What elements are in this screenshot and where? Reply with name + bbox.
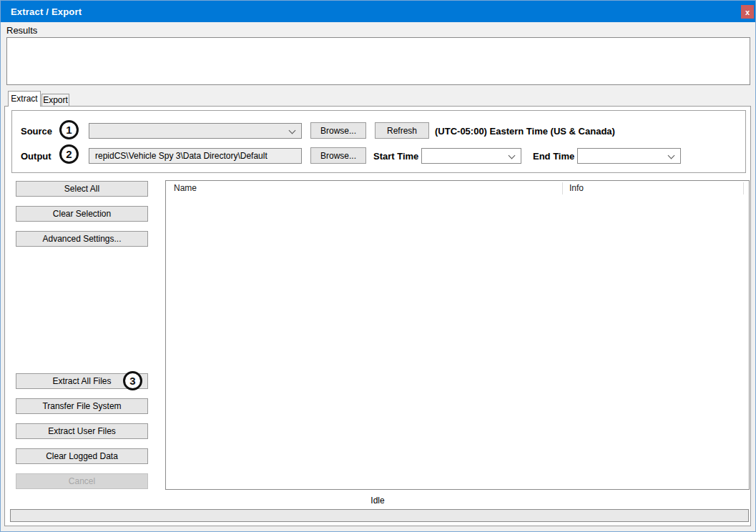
- column-divider[interactable]: [743, 182, 744, 194]
- output-path-field[interactable]: repidCS\Vehicle Spy 3\Data Directory\Def…: [89, 148, 302, 164]
- tab-extract[interactable]: Extract: [8, 91, 41, 107]
- extract-export-dialog: Extract / Export x Results Extract Expor…: [0, 0, 756, 532]
- start-time-dropdown[interactable]: [421, 148, 521, 164]
- chevron-down-icon: [509, 152, 516, 159]
- source-output-group: Source Browse... Refresh (UTC-05:00) Eas…: [11, 110, 746, 173]
- results-label: Results: [6, 25, 37, 36]
- chevron-down-icon: [289, 127, 296, 134]
- extract-user-files-button[interactable]: Extract User Files: [16, 423, 148, 439]
- annotation-step-3: 3: [123, 371, 142, 390]
- annotation-step-1: 1: [59, 120, 79, 139]
- annotation-step-2: 2: [59, 144, 79, 164]
- tab-export[interactable]: Export: [41, 94, 69, 106]
- source-label: Source: [21, 126, 52, 137]
- results-output-box[interactable]: [6, 37, 750, 85]
- output-label: Output: [21, 151, 51, 162]
- timezone-label: (UTC-05:00) Eastern Time (US & Canada): [435, 126, 615, 137]
- window-title: Extract / Export: [11, 6, 82, 17]
- file-list-header[interactable]: Name Info: [166, 181, 749, 196]
- titlebar[interactable]: Extract / Export x: [1, 1, 756, 22]
- cancel-button[interactable]: Cancel: [16, 473, 148, 489]
- extract-tab-page: Source Browse... Refresh (UTC-05:00) Eas…: [4, 106, 751, 526]
- advanced-settings-button[interactable]: Advanced Settings...: [16, 231, 148, 247]
- column-header-name[interactable]: Name: [174, 183, 197, 193]
- window-bottom-edge: [1, 526, 756, 532]
- end-time-dropdown[interactable]: [577, 148, 681, 164]
- transfer-file-system-button[interactable]: Transfer File System: [16, 398, 148, 414]
- status-text: Idle: [5, 496, 750, 506]
- clear-selection-button[interactable]: Clear Selection: [16, 206, 148, 222]
- close-icon[interactable]: x: [741, 5, 754, 19]
- column-divider[interactable]: [562, 182, 563, 194]
- chevron-down-icon: [668, 152, 675, 159]
- select-all-button[interactable]: Select All: [16, 181, 148, 197]
- start-time-label: Start Time: [373, 151, 418, 162]
- column-header-info[interactable]: Info: [569, 183, 584, 193]
- file-list[interactable]: Name Info: [165, 180, 750, 490]
- end-time-label: End Time: [533, 151, 574, 162]
- progress-bar: [10, 509, 749, 522]
- clear-logged-data-button[interactable]: Clear Logged Data: [16, 448, 148, 464]
- source-browse-button[interactable]: Browse...: [310, 122, 366, 139]
- refresh-button[interactable]: Refresh: [375, 122, 429, 139]
- source-dropdown[interactable]: [89, 123, 302, 139]
- output-browse-button[interactable]: Browse...: [310, 147, 366, 164]
